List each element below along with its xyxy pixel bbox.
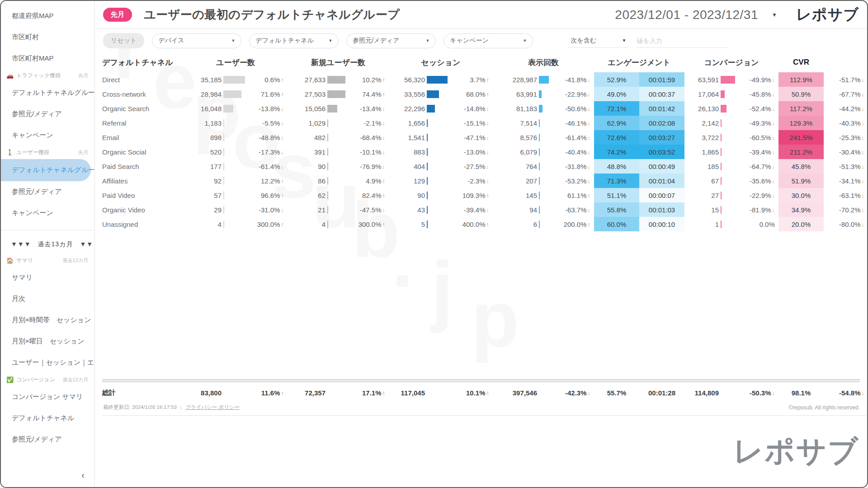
new_users-delta: 17.1%↑	[349, 389, 389, 397]
bar	[721, 76, 735, 84]
filter-dropdown[interactable]: 参照元/メディア▼	[346, 33, 436, 48]
bar	[223, 206, 224, 214]
table-row[interactable]: Cross-network28,98471.6%↑27,50374.4%↑33,…	[102, 87, 866, 101]
users-bar	[223, 116, 249, 130]
col-header-views[interactable]: 表示回数	[493, 57, 594, 68]
sidebar-item[interactable]: サマリ	[1, 267, 94, 288]
sidebar-item[interactable]: ユーザー｜セッション｜エ...	[1, 352, 94, 373]
sidebar-item[interactable]: キャンペーン	[1, 125, 94, 146]
table-row[interactable]: Unassigned4300.0%↑4300.0%↑5400.0%↑6200.0…	[102, 217, 866, 231]
sidebar-item[interactable]: キャンペーン	[1, 202, 94, 224]
col-header-cvr[interactable]: CVR	[778, 58, 824, 67]
sidebar-item[interactable]: 参照元/メディア	[1, 181, 94, 202]
arrow-down-icon: ↓	[382, 149, 386, 155]
sidebar-item[interactable]: 市区町村	[1, 27, 94, 48]
views-value: 63,991	[493, 87, 539, 101]
conv-value: 63,591	[684, 72, 721, 87]
table-row[interactable]: Email898-48.8%↓482-68.4%↓1,541-47.1%↓8,5…	[102, 130, 866, 145]
privacy-policy-link[interactable]: プライバシー ポリシー	[185, 404, 240, 411]
sidebar-item[interactable]: コンバージョン サマリ	[1, 386, 94, 408]
filter-dropdown[interactable]: デフォルトチャネル▼	[249, 33, 339, 48]
new_users-delta: -76.9%↓	[349, 159, 389, 174]
sidebar-item[interactable]: デフォルトチャネル	[1, 408, 94, 429]
sidebar-item[interactable]: 参照元/メディア	[1, 103, 94, 125]
arrow-down-icon: ↓	[486, 105, 490, 112]
sidebar-collapse-button[interactable]: ‹	[81, 470, 85, 479]
col-header-channel[interactable]: デフォルトチャネル	[102, 57, 184, 68]
arrow-down-icon: ↓	[486, 149, 490, 155]
col-header-new-users[interactable]: 新規ユーザー数	[288, 57, 389, 68]
cvr-delta: -25.3%↓	[824, 130, 867, 145]
views-bar	[539, 72, 552, 87]
delta-value: -22.9%	[565, 90, 587, 98]
condition-label: 次を含む	[571, 37, 596, 45]
sidebar-item[interactable]: 月別×時間帯 セッション	[1, 310, 94, 331]
bar	[223, 163, 224, 170]
col-header-engagement[interactable]: エンゲージメント	[594, 57, 684, 68]
delta-value: -48.8%	[259, 134, 280, 141]
views-bar	[539, 217, 552, 231]
col-header-conversion[interactable]: コンバージョン	[684, 57, 778, 68]
bar	[427, 221, 428, 228]
filter-dropdown[interactable]: デバイス▼	[152, 33, 241, 48]
table-row[interactable]: Paid Video5796.6%↑6282.4%↑90109.3%↑14561…	[102, 188, 866, 202]
delta-value: -44.2%	[839, 105, 861, 113]
arrow-up-icon: ↑	[382, 192, 386, 199]
bar	[223, 192, 224, 199]
conv-bar	[721, 130, 739, 145]
users-delta: 0.6%↑	[249, 72, 288, 87]
sidebar-item[interactable]: デフォルトチャネルグループ	[1, 159, 91, 181]
views-delta: -53.2%↓	[552, 174, 594, 188]
users-value: 92	[184, 174, 223, 188]
users-value: 16,048	[184, 101, 223, 116]
sidebar-item[interactable]: 月別×曜日 セッション	[1, 331, 94, 352]
conv-bar	[721, 159, 739, 174]
arrow-down-icon: ↓	[772, 91, 775, 98]
table-row[interactable]: Organic Video29-31.0%↓21-47.5%↓43-39.4%↓…	[102, 202, 866, 217]
arrow-down-icon: ↓	[588, 149, 591, 155]
arrow-down-icon: ↓	[486, 206, 490, 213]
table-row[interactable]: Direct35,1850.6%↑27,63310.2%↑56,3203.7%↑…	[102, 72, 866, 87]
sessions-bar	[427, 188, 451, 202]
sidebar-section: 🏠サマリ過去13カ月	[1, 254, 94, 267]
engagement-time-cell: 00:00:37	[639, 87, 684, 101]
filter-dropdown-label: デフォルトチャネル	[255, 37, 314, 45]
views-value: 228,987	[493, 72, 539, 87]
sidebar-item[interactable]: 参照元/メディア	[1, 429, 94, 450]
sidebar-item[interactable]: デフォルトチャネルグループ	[1, 82, 94, 103]
col-header-sessions[interactable]: セッション	[389, 57, 493, 68]
arrow-up-icon: ↑	[382, 178, 386, 184]
delta-value: -31.0%	[259, 206, 280, 214]
table-row[interactable]: Paid Search177-61.4%↓90-76.9%↓404-27.5%↓…	[102, 159, 866, 174]
reset-button[interactable]: リセット	[103, 33, 144, 48]
bar	[721, 192, 722, 199]
arrow-up-icon: ↑	[486, 221, 490, 228]
cvr-cell: 112.9%	[778, 72, 824, 87]
condition-dropdown[interactable]: 次を含む ▼	[568, 33, 629, 48]
views-bar	[539, 116, 552, 130]
col-header-users[interactable]: ユーザー数	[184, 57, 288, 68]
users-value: 57	[184, 188, 223, 202]
table-row[interactable]: Affiliates9212.2%↑864.9%↑129-2.3%↓207-53…	[102, 174, 866, 188]
engagement-time-cell: 00:03:27	[639, 130, 684, 145]
delta-value: -27.5%	[464, 163, 486, 170]
sidebar-item[interactable]: 都道府県MAP	[1, 5, 94, 27]
filter-dropdown[interactable]: キャンペーン▼	[443, 33, 533, 48]
bar	[223, 148, 224, 156]
sidebar-item[interactable]: 市区町村MAP	[1, 48, 94, 69]
sessions-value: 1,656	[389, 116, 427, 130]
new_users-delta: 74.4%↑	[349, 87, 389, 101]
delta-value: 82.4%	[362, 192, 382, 199]
filter-value-input[interactable]	[637, 33, 727, 48]
sidebar-section-period: 先月	[78, 149, 88, 156]
delta-value: -47.5%	[360, 206, 382, 214]
arrow-down-icon: ↓	[862, 91, 865, 98]
table-row[interactable]: Organic Search16,048-13.8%↓15,056-13.4%↓…	[102, 101, 866, 116]
engagement-rate-cell: 51.1%	[594, 188, 639, 202]
table-row[interactable]: Referral1,183-5.5%↓1,029-2.1%↓1,656-15.1…	[102, 116, 866, 130]
sidebar-item[interactable]: 月次	[1, 288, 94, 310]
table-row[interactable]: Organic Social520-17.3%↓391-10.1%↓883-13…	[102, 145, 866, 159]
conv-value: 3,722	[684, 130, 721, 145]
date-range-picker[interactable]: 2023/12/01 - 2023/12/31 ▼	[615, 8, 777, 22]
delta-value: -35.6%	[750, 177, 771, 185]
